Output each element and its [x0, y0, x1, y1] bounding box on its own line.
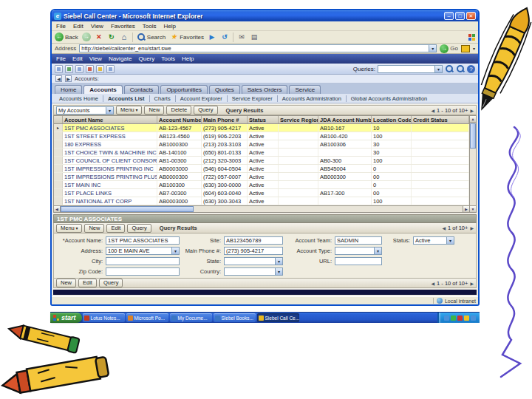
- account-row[interactable]: 1ST IMPRESSIONS PRINTING INC AB0003000 (…: [54, 165, 469, 173]
- cell-account-name[interactable]: 1ST IMPRESSIONS PRINTING PLUS: [63, 173, 157, 180]
- scrollbar-thumb[interactable]: [61, 206, 194, 212]
- siebel-menu-item[interactable]: View: [89, 55, 102, 62]
- menu-item[interactable]: View: [91, 23, 103, 30]
- queries-dropdown[interactable]: [378, 65, 443, 73]
- title-bar[interactable]: e Siebel Call Center - Microsoft Interne…: [52, 10, 478, 21]
- column-header[interactable]: JDA Account Number: [318, 116, 372, 123]
- view-link[interactable]: Accounts Home: [55, 95, 103, 102]
- taskbar-item[interactable]: Microsoft Po...: [126, 313, 168, 322]
- new-record-icon[interactable]: [55, 65, 63, 73]
- previous-records-icon[interactable]: [431, 108, 434, 113]
- column-header[interactable]: Account Name: [63, 116, 157, 123]
- list-menu-button[interactable]: Menu: [116, 106, 142, 115]
- form-footer-button[interactable]: Query: [99, 279, 123, 287]
- view-link[interactable]: Charts: [150, 95, 176, 102]
- account-row[interactable]: 1ST NATIONAL ATT CORP AB0003000 (630) 30…: [54, 197, 469, 205]
- next-records-icon[interactable]: [470, 281, 474, 286]
- screen-tab[interactable]: Quotes: [209, 85, 240, 94]
- cell-account-name[interactable]: 1ST MAIN INC: [63, 181, 157, 188]
- row-selector[interactable]: [54, 197, 63, 205]
- account-row[interactable]: 1ST COUNCIL OF CLIENT CONSORTIUM AB1-003…: [54, 157, 469, 165]
- search-button[interactable]: Search: [137, 33, 166, 41]
- state-dropdown[interactable]: [224, 257, 283, 265]
- main-phone-field[interactable]: [224, 247, 283, 255]
- screen-tab[interactable]: Service: [289, 85, 321, 94]
- thread-back-icon[interactable]: [55, 75, 62, 82]
- view-link[interactable]: Accounts Administration: [278, 95, 347, 102]
- status-dropdown[interactable]: Active: [413, 236, 454, 245]
- thread-forward-icon[interactable]: [65, 75, 72, 82]
- account-row[interactable]: 1ST STREET EXPRESS AB123-4560 (619) 906-…: [54, 132, 469, 140]
- siebel-menu-item[interactable]: Edit: [72, 55, 83, 62]
- menu-item[interactable]: Favorites: [111, 23, 135, 30]
- account-team-field[interactable]: [335, 236, 382, 245]
- previous-records-icon[interactable]: [431, 281, 434, 286]
- form-button[interactable]: New: [84, 224, 104, 233]
- refresh-button[interactable]: [107, 33, 116, 41]
- tray-icon[interactable]: [457, 316, 463, 321]
- menu-item[interactable]: Tools: [143, 23, 157, 30]
- address-dropdown[interactable]: 100 E MAIN AVE: [106, 247, 180, 255]
- row-selector[interactable]: [54, 140, 63, 148]
- view-link[interactable]: Account Explorer: [176, 95, 228, 102]
- list-button[interactable]: New: [144, 106, 164, 115]
- reports-icon[interactable]: [106, 65, 115, 73]
- scroll-left-icon[interactable]: [54, 206, 61, 212]
- taskbar-item[interactable]: My Docume...: [170, 313, 212, 322]
- city-field[interactable]: [106, 257, 180, 265]
- cell-account-name[interactable]: 1ST CHOICE TWIN & MACHINE INC: [63, 149, 157, 156]
- cell-account-name[interactable]: 1ST PLACE LINKS: [63, 189, 157, 197]
- delete-record-icon[interactable]: [86, 65, 94, 73]
- account-row[interactable]: 1ST PMC ASSOCIATES AB-123-4567 (273) 905…: [54, 124, 469, 132]
- cell-account-name[interactable]: 1ST IMPRESSIONS PRINTING INC: [63, 165, 157, 172]
- menu-item[interactable]: Edit: [73, 23, 83, 30]
- list-button[interactable]: Delete: [166, 106, 191, 115]
- cell-account-name[interactable]: 1ST COUNCIL OF CLIENT CONSORTIUM: [63, 157, 157, 164]
- horizontal-scrollbar[interactable]: [53, 206, 470, 213]
- row-selector[interactable]: [54, 181, 63, 188]
- site-map-icon[interactable]: [96, 65, 104, 73]
- stop-button[interactable]: [95, 33, 103, 41]
- mail-button[interactable]: [237, 33, 246, 41]
- cell-account-name[interactable]: 1ST STREET EXPRESS: [63, 132, 157, 140]
- address-input[interactable]: [79, 44, 429, 52]
- tray-icon[interactable]: [451, 316, 456, 321]
- screen-tab[interactable]: Home: [55, 85, 82, 94]
- siebel-menu-item[interactable]: Tools: [161, 55, 175, 62]
- vertical-scrollbar[interactable]: [470, 115, 477, 213]
- menu-item[interactable]: Help: [163, 23, 175, 30]
- url-field[interactable]: [335, 257, 382, 265]
- column-header[interactable]: Location Code: [372, 116, 412, 123]
- tray-icon[interactable]: [464, 316, 469, 321]
- cell-account-name[interactable]: 1ST PMC ASSOCIATES: [63, 124, 157, 132]
- country-dropdown[interactable]: [224, 267, 283, 276]
- forward-button[interactable]: [82, 33, 91, 41]
- account-row[interactable]: 1ST MAIN INC AB100300 (630) 300-0000 Act…: [54, 181, 469, 189]
- visibility-filter-dropdown[interactable]: My Accounts: [56, 106, 114, 115]
- account-type-dropdown[interactable]: [335, 247, 382, 255]
- zip-field[interactable]: [106, 267, 180, 276]
- screen-tab[interactable]: Opportunities: [160, 85, 208, 94]
- row-selector[interactable]: [54, 189, 63, 197]
- column-header[interactable]: Account Number: [157, 116, 202, 123]
- cell-account-name[interactable]: 180 EXPRESS: [63, 140, 157, 148]
- column-header[interactable]: Service Region: [279, 116, 318, 123]
- previous-record-icon[interactable]: [442, 225, 446, 231]
- scrollbar-track[interactable]: [194, 206, 463, 212]
- print-button[interactable]: [250, 33, 259, 41]
- save-record-icon[interactable]: [65, 65, 73, 73]
- siebel-menu-item[interactable]: File: [56, 55, 66, 62]
- home-button[interactable]: [120, 33, 129, 41]
- scroll-down-icon[interactable]: [470, 205, 476, 212]
- address-dropdown-icon[interactable]: [429, 44, 437, 52]
- row-selector[interactable]: [54, 165, 63, 172]
- form-menu-button[interactable]: Menu: [56, 224, 82, 233]
- row-selector[interactable]: [54, 132, 63, 140]
- cell-account-name[interactable]: 1ST NATIONAL ATT CORP: [63, 197, 157, 205]
- tray-icon[interactable]: [444, 316, 449, 321]
- back-button[interactable]: Back: [55, 33, 78, 41]
- siebel-menu-item[interactable]: Help: [182, 55, 194, 62]
- row-selector[interactable]: [54, 124, 63, 132]
- taskbar-item[interactable]: Siebel Books...: [214, 313, 256, 322]
- form-button[interactable]: Edit: [106, 224, 125, 233]
